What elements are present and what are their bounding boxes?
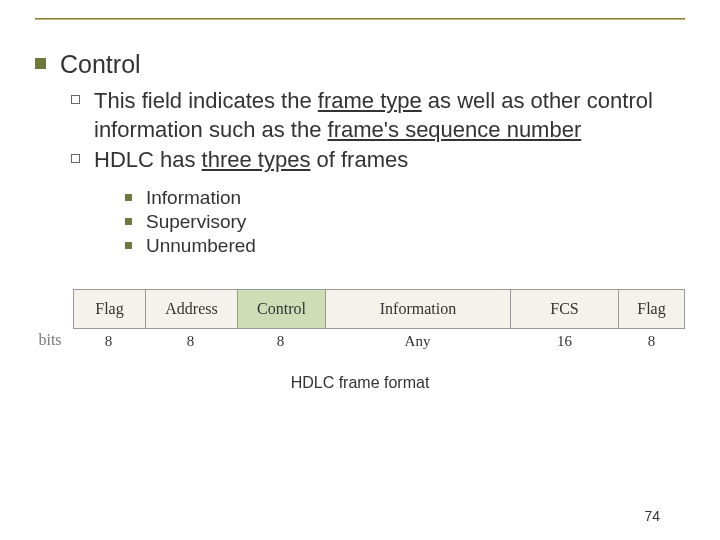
subbullet-supervisory-text: Supervisory bbox=[146, 211, 246, 233]
field-information: Information bbox=[326, 290, 511, 328]
heading-row: Control bbox=[35, 50, 685, 79]
text-part: of frames bbox=[310, 147, 408, 172]
field-address: Address bbox=[146, 290, 238, 328]
subbullet-unnumbered: Unnumbered bbox=[125, 235, 685, 257]
bullet-three-types-text: HDLC has three types of frames bbox=[94, 146, 408, 175]
field-flag-start: Flag bbox=[74, 290, 146, 328]
hollow-square-bullet-icon bbox=[71, 154, 80, 163]
small-square-bullet-icon bbox=[125, 242, 132, 249]
field-fcs: FCS bbox=[511, 290, 619, 328]
page-number: 74 bbox=[644, 508, 660, 524]
square-bullet-icon bbox=[35, 58, 46, 69]
bits-address: 8 bbox=[145, 329, 237, 350]
diagram-caption: HDLC frame format bbox=[35, 374, 685, 392]
frame-diagram: bits Flag Address Control Information FC… bbox=[35, 289, 685, 350]
underline-three-types: three types bbox=[202, 147, 311, 172]
hollow-square-bullet-icon bbox=[71, 95, 80, 104]
underline-sequence-number: frame's sequence number bbox=[328, 117, 582, 142]
top-rule bbox=[35, 18, 685, 20]
bits-flag-start: 8 bbox=[73, 329, 145, 350]
bullet-frame-type-text: This field indicates the frame type as w… bbox=[94, 87, 685, 144]
text-part: This field indicates the bbox=[94, 88, 318, 113]
frame-bits-row: 8 8 8 Any 16 8 bbox=[73, 329, 685, 350]
field-flag-end: Flag bbox=[619, 290, 685, 328]
bullet-frame-type: This field indicates the frame type as w… bbox=[71, 87, 685, 144]
field-control: Control bbox=[238, 290, 326, 328]
bits-label: bits bbox=[35, 331, 65, 349]
frame-fields-row: Flag Address Control Information FCS Fla… bbox=[73, 289, 685, 329]
text-part: HDLC has bbox=[94, 147, 202, 172]
subbullet-information: Information bbox=[125, 187, 685, 209]
subbullet-information-text: Information bbox=[146, 187, 241, 209]
bits-fcs: 16 bbox=[511, 329, 619, 350]
bits-flag-end: 8 bbox=[619, 329, 685, 350]
small-square-bullet-icon bbox=[125, 218, 132, 225]
slide-content: Control This field indicates the frame t… bbox=[35, 50, 685, 392]
bits-control: 8 bbox=[237, 329, 325, 350]
subbullet-supervisory: Supervisory bbox=[125, 211, 685, 233]
subbullet-unnumbered-text: Unnumbered bbox=[146, 235, 256, 257]
frame-table: Flag Address Control Information FCS Fla… bbox=[73, 289, 685, 350]
underline-frame-type: frame type bbox=[318, 88, 422, 113]
small-square-bullet-icon bbox=[125, 194, 132, 201]
heading-text: Control bbox=[60, 50, 141, 79]
bits-information: Any bbox=[325, 329, 511, 350]
bullet-three-types: HDLC has three types of frames bbox=[71, 146, 685, 175]
